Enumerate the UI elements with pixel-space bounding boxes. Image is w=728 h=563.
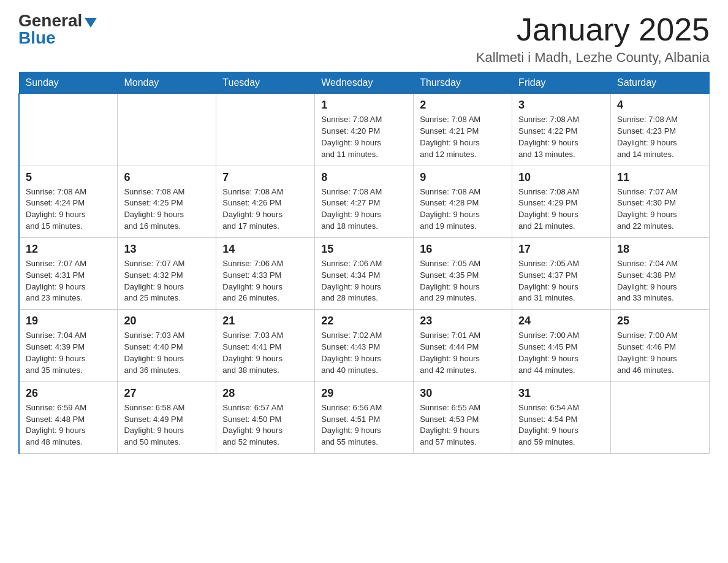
calendar-day-cell bbox=[216, 94, 315, 166]
day-info: Sunrise: 7:04 AM Sunset: 4:39 PM Dayligh… bbox=[26, 330, 111, 376]
calendar-day-cell: 5Sunrise: 7:08 AM Sunset: 4:24 PM Daylig… bbox=[19, 166, 118, 237]
day-info: Sunrise: 7:08 AM Sunset: 4:23 PM Dayligh… bbox=[617, 114, 703, 160]
day-info: Sunrise: 7:07 AM Sunset: 4:31 PM Dayligh… bbox=[26, 258, 111, 304]
day-info: Sunrise: 6:58 AM Sunset: 4:49 PM Dayligh… bbox=[124, 402, 210, 448]
calendar-day-cell: 9Sunrise: 7:08 AM Sunset: 4:28 PM Daylig… bbox=[414, 166, 512, 237]
logo-general-text: General bbox=[18, 12, 82, 29]
day-of-week-header: Monday bbox=[118, 72, 216, 94]
calendar-day-cell: 19Sunrise: 7:04 AM Sunset: 4:39 PM Dayli… bbox=[19, 310, 118, 381]
day-number: 14 bbox=[222, 243, 308, 256]
calendar-day-cell: 1Sunrise: 7:08 AM Sunset: 4:20 PM Daylig… bbox=[315, 94, 414, 166]
calendar-day-cell: 6Sunrise: 7:08 AM Sunset: 4:25 PM Daylig… bbox=[118, 166, 216, 237]
location-title: Kallmeti i Madh, Lezhe County, Albania bbox=[476, 50, 710, 66]
day-info: Sunrise: 7:08 AM Sunset: 4:29 PM Dayligh… bbox=[518, 186, 604, 232]
day-number: 22 bbox=[321, 315, 407, 327]
day-info: Sunrise: 7:08 AM Sunset: 4:27 PM Dayligh… bbox=[321, 186, 407, 232]
calendar-day-cell bbox=[118, 94, 216, 166]
day-of-week-header: Saturday bbox=[611, 72, 710, 94]
calendar-day-cell: 31Sunrise: 6:54 AM Sunset: 4:54 PM Dayli… bbox=[512, 381, 611, 453]
day-info: Sunrise: 7:04 AM Sunset: 4:38 PM Dayligh… bbox=[617, 258, 703, 304]
title-block: January 2025 Kallmeti i Madh, Lezhe Coun… bbox=[476, 12, 710, 66]
month-title: January 2025 bbox=[476, 12, 710, 47]
day-info: Sunrise: 6:56 AM Sunset: 4:51 PM Dayligh… bbox=[321, 402, 407, 448]
calendar-table: SundayMondayTuesdayWednesdayThursdayFrid… bbox=[18, 72, 710, 454]
day-number: 19 bbox=[26, 315, 111, 327]
logo-triangle-icon bbox=[85, 18, 97, 28]
calendar-day-cell: 24Sunrise: 7:00 AM Sunset: 4:45 PM Dayli… bbox=[512, 310, 611, 381]
day-number: 23 bbox=[420, 315, 506, 327]
calendar-day-cell: 22Sunrise: 7:02 AM Sunset: 4:43 PM Dayli… bbox=[315, 310, 414, 381]
day-info: Sunrise: 7:08 AM Sunset: 4:25 PM Dayligh… bbox=[124, 186, 210, 232]
calendar-day-cell: 18Sunrise: 7:04 AM Sunset: 4:38 PM Dayli… bbox=[611, 237, 710, 309]
calendar-week-row: 5Sunrise: 7:08 AM Sunset: 4:24 PM Daylig… bbox=[19, 166, 710, 237]
day-info: Sunrise: 7:07 AM Sunset: 4:32 PM Dayligh… bbox=[124, 258, 210, 304]
calendar-day-cell: 4Sunrise: 7:08 AM Sunset: 4:23 PM Daylig… bbox=[611, 94, 710, 166]
calendar-day-cell: 15Sunrise: 7:06 AM Sunset: 4:34 PM Dayli… bbox=[315, 237, 414, 309]
calendar-day-cell: 20Sunrise: 7:03 AM Sunset: 4:40 PM Dayli… bbox=[118, 310, 216, 381]
day-number: 25 bbox=[617, 315, 703, 327]
day-number: 3 bbox=[518, 99, 604, 112]
day-number: 28 bbox=[222, 387, 308, 400]
day-number: 21 bbox=[222, 315, 308, 327]
calendar-day-cell: 12Sunrise: 7:07 AM Sunset: 4:31 PM Dayli… bbox=[19, 237, 118, 309]
day-info: Sunrise: 7:00 AM Sunset: 4:46 PM Dayligh… bbox=[617, 330, 703, 376]
day-info: Sunrise: 7:03 AM Sunset: 4:40 PM Dayligh… bbox=[124, 330, 210, 376]
calendar-day-cell: 29Sunrise: 6:56 AM Sunset: 4:51 PM Dayli… bbox=[315, 381, 414, 453]
day-number: 12 bbox=[26, 243, 111, 256]
day-info: Sunrise: 6:55 AM Sunset: 4:53 PM Dayligh… bbox=[420, 402, 506, 448]
day-info: Sunrise: 7:06 AM Sunset: 4:33 PM Dayligh… bbox=[222, 258, 308, 304]
logo: General Blue bbox=[18, 12, 97, 47]
day-number: 11 bbox=[617, 171, 703, 184]
calendar-day-cell bbox=[19, 94, 118, 166]
day-number: 9 bbox=[420, 171, 506, 184]
day-info: Sunrise: 6:54 AM Sunset: 4:54 PM Dayligh… bbox=[518, 402, 604, 448]
day-info: Sunrise: 6:59 AM Sunset: 4:48 PM Dayligh… bbox=[26, 402, 111, 448]
day-info: Sunrise: 7:08 AM Sunset: 4:24 PM Dayligh… bbox=[26, 186, 111, 232]
day-info: Sunrise: 7:05 AM Sunset: 4:35 PM Dayligh… bbox=[420, 258, 506, 304]
day-number: 27 bbox=[124, 387, 210, 400]
calendar-day-cell: 11Sunrise: 7:07 AM Sunset: 4:30 PM Dayli… bbox=[611, 166, 710, 237]
day-number: 29 bbox=[321, 387, 407, 400]
day-info: Sunrise: 7:05 AM Sunset: 4:37 PM Dayligh… bbox=[518, 258, 604, 304]
day-number: 4 bbox=[617, 99, 703, 112]
day-of-week-header: Tuesday bbox=[216, 72, 315, 94]
day-number: 17 bbox=[518, 243, 604, 256]
day-number: 16 bbox=[420, 243, 506, 256]
calendar-day-cell: 13Sunrise: 7:07 AM Sunset: 4:32 PM Dayli… bbox=[118, 237, 216, 309]
day-number: 30 bbox=[420, 387, 506, 400]
day-number: 1 bbox=[321, 99, 407, 112]
day-info: Sunrise: 7:07 AM Sunset: 4:30 PM Dayligh… bbox=[617, 186, 703, 232]
calendar-day-cell: 16Sunrise: 7:05 AM Sunset: 4:35 PM Dayli… bbox=[414, 237, 512, 309]
page-header: General Blue January 2025 Kallmeti i Mad… bbox=[18, 12, 710, 66]
calendar-week-row: 19Sunrise: 7:04 AM Sunset: 4:39 PM Dayli… bbox=[19, 310, 710, 381]
day-number: 24 bbox=[518, 315, 604, 327]
logo-blue-text: Blue bbox=[18, 29, 56, 47]
calendar-day-cell: 23Sunrise: 7:01 AM Sunset: 4:44 PM Dayli… bbox=[414, 310, 512, 381]
calendar-day-cell: 8Sunrise: 7:08 AM Sunset: 4:27 PM Daylig… bbox=[315, 166, 414, 237]
day-number: 31 bbox=[518, 387, 604, 400]
calendar-day-cell: 7Sunrise: 7:08 AM Sunset: 4:26 PM Daylig… bbox=[216, 166, 315, 237]
day-of-week-header: Friday bbox=[512, 72, 611, 94]
day-info: Sunrise: 7:08 AM Sunset: 4:22 PM Dayligh… bbox=[518, 114, 604, 160]
calendar-day-cell: 25Sunrise: 7:00 AM Sunset: 4:46 PM Dayli… bbox=[611, 310, 710, 381]
day-number: 15 bbox=[321, 243, 407, 256]
day-number: 13 bbox=[124, 243, 210, 256]
day-info: Sunrise: 7:08 AM Sunset: 4:21 PM Dayligh… bbox=[420, 114, 506, 160]
calendar-week-row: 1Sunrise: 7:08 AM Sunset: 4:20 PM Daylig… bbox=[19, 94, 710, 166]
calendar-day-cell: 27Sunrise: 6:58 AM Sunset: 4:49 PM Dayli… bbox=[118, 381, 216, 453]
calendar-day-cell: 14Sunrise: 7:06 AM Sunset: 4:33 PM Dayli… bbox=[216, 237, 315, 309]
calendar-day-cell: 10Sunrise: 7:08 AM Sunset: 4:29 PM Dayli… bbox=[512, 166, 611, 237]
day-of-week-header: Thursday bbox=[414, 72, 512, 94]
day-number: 26 bbox=[26, 387, 111, 400]
calendar-day-cell: 30Sunrise: 6:55 AM Sunset: 4:53 PM Dayli… bbox=[414, 381, 512, 453]
day-number: 2 bbox=[420, 99, 506, 112]
day-info: Sunrise: 7:08 AM Sunset: 4:20 PM Dayligh… bbox=[321, 114, 407, 160]
day-info: Sunrise: 7:06 AM Sunset: 4:34 PM Dayligh… bbox=[321, 258, 407, 304]
calendar-day-cell bbox=[611, 381, 710, 453]
day-info: Sunrise: 7:02 AM Sunset: 4:43 PM Dayligh… bbox=[321, 330, 407, 376]
day-info: Sunrise: 7:08 AM Sunset: 4:26 PM Dayligh… bbox=[222, 186, 308, 232]
day-info: Sunrise: 7:00 AM Sunset: 4:45 PM Dayligh… bbox=[518, 330, 604, 376]
calendar-header-row: SundayMondayTuesdayWednesdayThursdayFrid… bbox=[19, 72, 710, 94]
calendar-day-cell: 3Sunrise: 7:08 AM Sunset: 4:22 PM Daylig… bbox=[512, 94, 611, 166]
day-number: 20 bbox=[124, 315, 210, 327]
